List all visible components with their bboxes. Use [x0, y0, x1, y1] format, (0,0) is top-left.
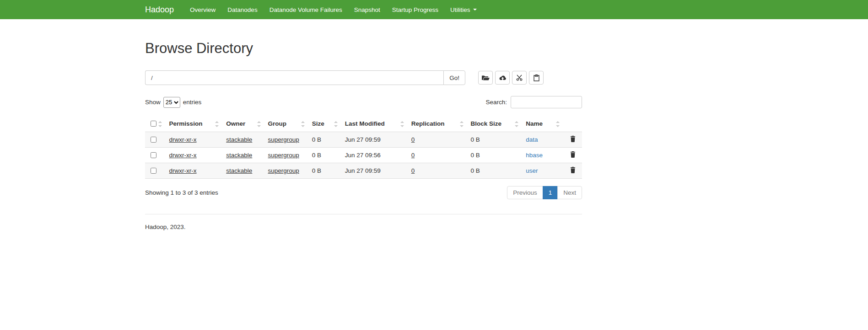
name-link[interactable]: user: [526, 167, 538, 174]
col-owner-label: Owner: [226, 120, 245, 127]
col-size-label: Size: [312, 120, 324, 127]
sort-icon: [257, 121, 261, 127]
folder-open-icon: [482, 75, 490, 81]
table-row: drwxr-xr-x stackable supergroup 0 B Jun …: [145, 132, 582, 148]
col-block-size-label: Block Size: [471, 120, 502, 127]
row-checkbox[interactable]: [151, 168, 156, 174]
trash-icon: [570, 151, 576, 159]
directory-table: Permission Owner Group Size Last Modifie…: [145, 116, 582, 179]
col-owner[interactable]: Owner: [222, 116, 264, 132]
group-cell[interactable]: supergroup: [268, 167, 299, 174]
nav-item-utilities[interactable]: Utilities: [444, 0, 483, 19]
permission-cell[interactable]: drwxr-xr-x: [169, 152, 197, 159]
upload-files-button[interactable]: [495, 71, 510, 85]
search-control: Search:: [485, 96, 582, 108]
owner-cell[interactable]: stackable: [226, 152, 252, 159]
nav-item-datanodes[interactable]: Datanodes: [221, 0, 263, 19]
sort-icon: [158, 121, 162, 127]
group-cell[interactable]: supergroup: [268, 152, 299, 159]
name-link[interactable]: hbase: [526, 152, 543, 159]
nav-item-snapshot[interactable]: Snapshot: [348, 0, 386, 19]
paste-button[interactable]: [529, 71, 544, 85]
navbar: Hadoop Overview Datanodes Datanode Volum…: [0, 0, 868, 19]
select-all-checkbox[interactable]: [151, 121, 156, 127]
page-title: Browse Directory: [145, 40, 582, 57]
replication-cell[interactable]: 0: [411, 136, 415, 143]
owner-cell[interactable]: stackable: [226, 167, 252, 174]
col-size[interactable]: Size: [308, 116, 341, 132]
entries-select[interactable]: 25: [163, 97, 180, 108]
sort-icon: [400, 121, 404, 127]
group-cell[interactable]: supergroup: [268, 136, 299, 143]
caret-down-icon: [473, 9, 477, 11]
previous-page-button[interactable]: Previous: [507, 186, 543, 199]
size-cell: 0 B: [308, 163, 341, 179]
show-label: Show: [145, 99, 161, 106]
table-controls: Show 25 entries Search:: [145, 96, 582, 108]
create-directory-button[interactable]: [478, 71, 493, 85]
go-button[interactable]: Go!: [443, 70, 465, 85]
file-action-buttons: [478, 71, 544, 85]
sort-icon: [301, 121, 305, 127]
name-link[interactable]: data: [526, 136, 538, 143]
size-cell: 0 B: [308, 132, 341, 148]
delete-button[interactable]: [570, 151, 576, 159]
entries-summary: Showing 1 to 3 of 3 entries: [145, 189, 218, 196]
block-size-cell: 0 B: [467, 148, 523, 163]
cut-button[interactable]: [512, 71, 527, 85]
pagination: Previous 1 Next: [507, 186, 582, 199]
row-checkbox[interactable]: [151, 137, 156, 143]
block-size-cell: 0 B: [467, 163, 523, 179]
last-modified-cell: Jun 27 09:59: [341, 132, 408, 148]
col-last-modified[interactable]: Last Modified: [341, 116, 408, 132]
col-last-modified-label: Last Modified: [345, 120, 385, 127]
col-group-label: Group: [268, 120, 287, 127]
clipboard-icon: [534, 75, 539, 81]
cloud-upload-icon: [499, 75, 507, 81]
col-permission[interactable]: Permission: [166, 116, 223, 132]
nav-item-datanode-volume-failures[interactable]: Datanode Volume Failures: [264, 0, 348, 19]
footer-divider: [145, 214, 582, 214]
entries-label: entries: [183, 99, 202, 106]
delete-button[interactable]: [570, 136, 576, 144]
show-entries-control: Show 25 entries: [145, 97, 201, 108]
path-input-group: Go!: [145, 70, 465, 85]
sort-icon: [334, 121, 338, 127]
delete-button[interactable]: [570, 167, 576, 175]
row-checkbox[interactable]: [151, 152, 156, 158]
sort-icon: [460, 121, 464, 127]
sort-icon: [556, 121, 560, 127]
search-input[interactable]: [511, 96, 582, 108]
col-actions: [563, 116, 582, 132]
permission-cell[interactable]: drwxr-xr-x: [169, 167, 197, 174]
owner-cell[interactable]: stackable: [226, 136, 252, 143]
page-1-button[interactable]: 1: [543, 186, 558, 199]
col-select-all[interactable]: [145, 116, 166, 132]
col-replication-label: Replication: [411, 120, 445, 127]
col-name[interactable]: Name: [522, 116, 563, 132]
path-input[interactable]: [145, 70, 443, 85]
nav-item-startup-progress[interactable]: Startup Progress: [386, 0, 444, 19]
path-row: Go!: [145, 70, 582, 85]
brand-link[interactable]: Hadoop: [145, 5, 174, 15]
trash-icon: [570, 136, 576, 144]
size-cell: 0 B: [308, 148, 341, 163]
replication-cell[interactable]: 0: [411, 152, 415, 159]
col-replication[interactable]: Replication: [408, 116, 467, 132]
permission-cell[interactable]: drwxr-xr-x: [169, 136, 197, 143]
next-page-button[interactable]: Next: [557, 186, 582, 199]
last-modified-cell: Jun 27 09:56: [341, 148, 408, 163]
col-name-label: Name: [526, 120, 543, 127]
scissors-icon: [516, 75, 523, 81]
nav-item-overview[interactable]: Overview: [184, 0, 221, 19]
col-block-size[interactable]: Block Size: [467, 116, 523, 132]
block-size-cell: 0 B: [467, 132, 523, 148]
last-modified-cell: Jun 27 09:59: [341, 163, 408, 179]
table-row: drwxr-xr-x stackable supergroup 0 B Jun …: [145, 163, 582, 179]
col-permission-label: Permission: [169, 120, 203, 127]
footer-text: Hadoop, 2023.: [145, 224, 582, 258]
replication-cell[interactable]: 0: [411, 167, 415, 174]
sort-icon: [515, 121, 518, 127]
col-group[interactable]: Group: [264, 116, 308, 132]
table-header-row: Permission Owner Group Size Last Modifie…: [145, 116, 582, 132]
